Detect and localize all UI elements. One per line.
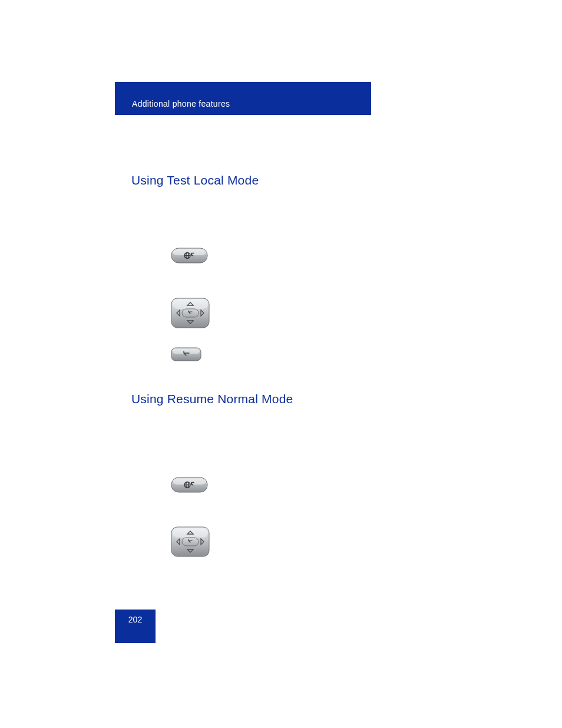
svg-rect-1 xyxy=(173,249,206,255)
svg-rect-17 xyxy=(182,538,199,546)
services-key-icon xyxy=(171,477,208,493)
section-heading-resume-normal-mode: Using Resume Normal Mode xyxy=(131,392,293,406)
navigation-key-icon xyxy=(171,526,210,557)
header-title: Additional phone features xyxy=(132,99,230,108)
svg-rect-6 xyxy=(173,299,208,309)
page-number-box: 202 xyxy=(115,610,156,643)
services-key-icon xyxy=(171,248,208,263)
navigation-key-icon xyxy=(171,298,210,328)
header-bar: Additional phone features xyxy=(115,82,371,115)
svg-rect-11 xyxy=(173,479,206,485)
section-heading-test-local-mode: Using Test Local Mode xyxy=(131,173,259,187)
document-page: Additional phone features Using Test Loc… xyxy=(0,0,562,728)
page-number: 202 xyxy=(128,615,142,624)
svg-rect-16 xyxy=(173,528,208,538)
enter-key-icon xyxy=(171,347,201,361)
svg-rect-7 xyxy=(182,309,199,317)
